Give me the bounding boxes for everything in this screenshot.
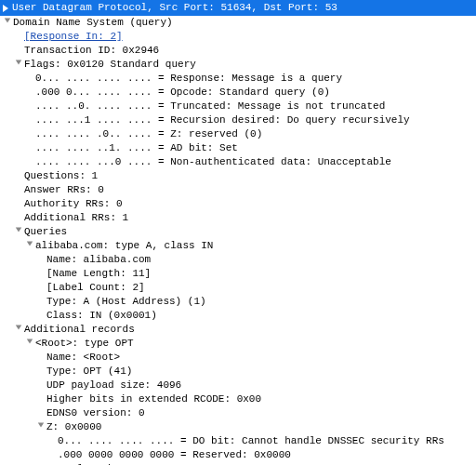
- flag-recursion-row[interactable]: ·.... ...1 .... .... = Recursion desired…: [0, 113, 476, 127]
- query-label-count: [Label Count: 2]: [46, 281, 476, 295]
- query-name-length-row[interactable]: ·[Name Length: 11]: [0, 267, 476, 281]
- addl-summary: <Root>: type OPT: [35, 337, 476, 351]
- addl-edns0-row[interactable]: ·EDNS0 version: 0: [0, 406, 476, 420]
- addl-name-row[interactable]: ·Name: <Root>: [0, 351, 476, 365]
- query-class: Class: IN (0x0001): [46, 309, 476, 323]
- flags-row[interactable]: Flags: 0x0120 Standard query: [0, 58, 476, 72]
- flag-nonauth-row[interactable]: ·.... .... ...0 .... = Non-authenticated…: [0, 155, 476, 169]
- additional-records-row[interactable]: Additional records: [0, 323, 476, 337]
- authority-rrs: Authority RRs: 0: [24, 197, 476, 211]
- triangle-right-icon: [3, 5, 8, 12]
- query-name-length: [Name Length: 11]: [46, 267, 476, 281]
- flag-z-row[interactable]: ·.... .... .0.. .... = Z: reserved (0): [0, 127, 476, 141]
- questions: Questions: 1: [24, 169, 476, 183]
- flags-summary: Flags: 0x0120 Standard query: [24, 58, 476, 72]
- addl-z-do: 0... .... .... .... = DO bit: Cannot han…: [58, 434, 476, 448]
- dns-title: Domain Name System (query): [13, 16, 476, 30]
- triangle-down-icon[interactable]: [13, 225, 24, 239]
- query-summary: alibaba.com: type A, class IN: [35, 239, 476, 253]
- addl-z-summary: Z: 0x0000: [46, 420, 476, 434]
- flag-opcode-row[interactable]: ·.000 0... .... .... = Opcode: Standard …: [0, 86, 476, 100]
- queries-title: Queries: [24, 225, 476, 239]
- flag-truncated: .... ..0. .... .... = Truncated: Message…: [35, 100, 476, 113]
- additional-rrs: Additional RRs: 1: [24, 211, 476, 225]
- addl-z-reserved: .000 0000 0000 0000 = Reserved: 0x0000: [58, 448, 476, 462]
- query-item-row[interactable]: alibaba.com: type A, class IN: [0, 239, 476, 253]
- addl-z-do-row[interactable]: ·0... .... .... .... = DO bit: Cannot ha…: [0, 434, 476, 448]
- addl-edns0: EDNS0 version: 0: [46, 406, 476, 420]
- response-in-row[interactable]: · [Response In: 2]: [0, 30, 476, 44]
- triangle-down-icon[interactable]: [24, 337, 35, 351]
- addl-z-reserved-row[interactable]: ·.000 0000 0000 0000 = Reserved: 0x0000: [0, 448, 476, 462]
- query-type-row[interactable]: ·Type: A (Host Address) (1): [0, 295, 476, 309]
- addl-rcode: Higher bits in extended RCODE: 0x00: [46, 392, 476, 406]
- query-name-row[interactable]: ·Name: alibaba.com: [0, 253, 476, 267]
- query-type: Type: A (Host Address) (1): [46, 295, 476, 309]
- flag-response: 0... .... .... .... = Response: Message …: [35, 72, 476, 86]
- transaction-id-row[interactable]: · Transaction ID: 0x2946: [0, 44, 476, 58]
- flag-ad: .... .... ..1. .... = AD bit: Set: [35, 141, 476, 155]
- addl-rcode-row[interactable]: ·Higher bits in extended RCODE: 0x00: [0, 392, 476, 406]
- triangle-down-icon[interactable]: [13, 58, 24, 72]
- triangle-down-icon[interactable]: [2, 16, 13, 30]
- additional-rrs-row[interactable]: ·Additional RRs: 1: [0, 211, 476, 225]
- udp-header-row[interactable]: User Datagram Protocol, Src Port: 51634,…: [0, 0, 476, 16]
- questions-row[interactable]: ·Questions: 1: [0, 169, 476, 183]
- answer-rrs: Answer RRs: 0: [24, 183, 476, 197]
- flag-opcode: .000 0... .... .... = Opcode: Standard q…: [35, 86, 476, 100]
- addl-udp-row[interactable]: ·UDP payload size: 4096: [0, 379, 476, 392]
- svg-marker-3: [27, 242, 33, 246]
- query-class-row[interactable]: ·Class: IN (0x0001): [0, 309, 476, 323]
- svg-marker-6: [38, 423, 44, 428]
- flag-ad-row[interactable]: ·.... .... ..1. .... = AD bit: Set: [0, 141, 476, 155]
- svg-marker-2: [16, 228, 21, 232]
- triangle-down-icon[interactable]: [35, 420, 46, 434]
- addl-type: Type: OPT (41): [46, 365, 476, 379]
- authority-rrs-row[interactable]: ·Authority RRs: 0: [0, 197, 476, 211]
- response-in-link[interactable]: [Response In: 2]: [24, 30, 476, 44]
- flag-response-row[interactable]: ·0... .... .... .... = Response: Message…: [0, 72, 476, 86]
- svg-marker-5: [27, 339, 33, 344]
- packet-tree: Domain Name System (query) · [Response I…: [0, 16, 476, 465]
- addl-udp: UDP payload size: 4096: [46, 379, 476, 392]
- addl-item-row[interactable]: <Root>: type OPT: [0, 337, 476, 351]
- addl-z-row[interactable]: Z: 0x0000: [0, 420, 476, 434]
- svg-marker-0: [5, 19, 10, 23]
- query-name: Name: alibaba.com: [46, 253, 476, 267]
- svg-marker-1: [16, 60, 21, 65]
- flag-recursion: .... ...1 .... .... = Recursion desired:…: [35, 113, 476, 127]
- triangle-down-icon[interactable]: [24, 239, 35, 253]
- addl-name: Name: <Root>: [46, 351, 476, 365]
- addl-type-row[interactable]: ·Type: OPT (41): [0, 365, 476, 379]
- udp-header-text: User Datagram Protocol, Src Port: 51634,…: [12, 1, 337, 15]
- query-label-count-row[interactable]: ·[Label Count: 2]: [0, 281, 476, 295]
- svg-marker-4: [16, 326, 21, 330]
- flag-z: .... .... .0.. .... = Z: reserved (0): [35, 127, 476, 141]
- queries-row[interactable]: Queries: [0, 225, 476, 239]
- additional-records-title: Additional records: [24, 323, 476, 337]
- answer-rrs-row[interactable]: ·Answer RRs: 0: [0, 183, 476, 197]
- triangle-down-icon[interactable]: [13, 323, 24, 337]
- dns-root[interactable]: Domain Name System (query): [0, 16, 476, 30]
- transaction-id: Transaction ID: 0x2946: [24, 44, 476, 58]
- flag-truncated-row[interactable]: ·.... ..0. .... .... = Truncated: Messag…: [0, 100, 476, 113]
- flag-nonauth: .... .... ...0 .... = Non-authenticated …: [35, 155, 476, 169]
